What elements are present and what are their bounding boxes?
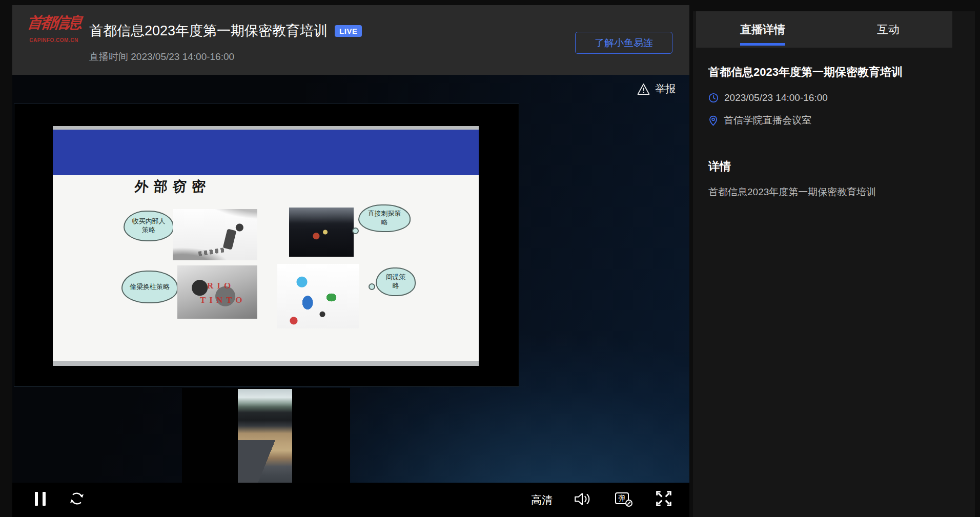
detail-section-title: 详情 xyxy=(708,159,731,174)
speaker-icon xyxy=(573,491,591,507)
slide-blue-band xyxy=(53,130,479,175)
slide-bottom-strip xyxy=(53,361,479,366)
cartoon-insider-image xyxy=(173,209,257,260)
title-row: 首都信息2023年度第一期保密教育培训 LIVE xyxy=(89,22,362,40)
clock-icon xyxy=(708,93,719,103)
slide-title: 外部窃密 xyxy=(134,177,212,196)
bubble-direct-probe: 直接刺探策略 xyxy=(358,204,411,232)
presentation-slide: 外部窃密 收买内部人策略 直接刺探策略 偷梁换柱策略 RIO TINTO 间谍策… xyxy=(53,126,479,366)
live-stream-page: 首都信息 CAPINFO.COM.CN 首都信息2023年度第一期保密教育培训 … xyxy=(0,0,980,517)
fullscreen-button[interactable] xyxy=(654,489,673,508)
quality-button[interactable]: 高清 xyxy=(531,493,553,507)
volume-button[interactable] xyxy=(573,491,591,507)
camera-feed-car-interior xyxy=(238,389,292,484)
page-title: 首都信息2023年度第一期保密教育培训 xyxy=(89,22,328,40)
cartoon-desk-scene-image xyxy=(289,208,354,257)
live-title: 首都信息2023年度第一期保密教育培训 xyxy=(708,65,903,80)
header: 首都信息 CAPINFO.COM.CN 首都信息2023年度第一期保密教育培训 … xyxy=(12,5,689,75)
camera-feed-shadow xyxy=(238,440,292,484)
tab-label: 直播详情 xyxy=(740,22,785,37)
active-tab-underline xyxy=(740,43,785,46)
live-location: 首信学院直播会议室 xyxy=(724,114,811,127)
video-player[interactable]: 举报 外部窃密 收买内部人策略 直接刺探策略 偷梁换柱策略 RIO TINTO … xyxy=(12,75,689,517)
live-time: 2023/05/23 14:00-16:00 xyxy=(724,92,828,104)
warning-icon xyxy=(637,83,650,95)
slide-top-strip xyxy=(53,126,479,130)
logo-domain-text: CAPINFO.COM.CN xyxy=(27,37,81,43)
fullscreen-icon xyxy=(654,489,673,508)
danmaku-toggle[interactable]: 弹 xyxy=(615,492,629,504)
photo-overlay-text: TINTO xyxy=(200,295,246,305)
tab-label: 互动 xyxy=(877,22,900,37)
camera-pip-window xyxy=(182,388,350,484)
location-pin-icon xyxy=(708,115,718,126)
refresh-icon xyxy=(69,490,85,507)
danmaku-off-badge xyxy=(625,500,632,507)
tab-interaction[interactable]: 互动 xyxy=(852,11,924,48)
photo-overlay-text: RIO xyxy=(207,281,234,291)
player-control-bar: 高清 弹 xyxy=(12,483,689,517)
live-badge: LIVE xyxy=(335,25,362,37)
live-location-row: 首信学院直播会议室 xyxy=(708,114,811,127)
tab-live-detail[interactable]: 直播详情 xyxy=(727,11,799,48)
sidebar: 直播详情 互动 首都信息2023年度第一期保密教育培训 2023/05/23 1… xyxy=(693,11,975,517)
bubble-swap-strategy: 偷梁换柱策略 xyxy=(121,271,178,303)
bubble-spy-strategy: 间谍策略 xyxy=(376,267,416,296)
broadcast-time: 直播时间 2023/05/23 14:00-16:00 xyxy=(89,50,234,64)
learn-xiaoyu-button[interactable]: 了解小鱼易连 xyxy=(575,32,672,54)
logo-calligraphy-text: 首都信息 xyxy=(26,12,82,33)
handcuffs-photo: RIO TINTO xyxy=(177,265,257,319)
live-time-row: 2023/05/23 14:00-16:00 xyxy=(708,92,828,104)
detail-description: 首都信息2023年度第一期保密教育培训 xyxy=(708,185,876,199)
danmaku-char: 弹 xyxy=(619,494,626,503)
cartoon-spy-image xyxy=(277,264,359,328)
pause-button[interactable] xyxy=(35,492,46,506)
capinfo-logo: 首都信息 CAPINFO.COM.CN xyxy=(27,12,81,43)
refresh-button[interactable] xyxy=(69,490,85,507)
bubble-buy-insider: 收买内部人策略 xyxy=(124,211,174,241)
report-label: 举报 xyxy=(655,82,676,96)
report-button[interactable]: 举报 xyxy=(637,82,676,96)
sidebar-tabbar: 直播详情 互动 xyxy=(696,11,952,48)
screen-share-video: 外部窃密 收买内部人策略 直接刺探策略 偷梁换柱策略 RIO TINTO 间谍策… xyxy=(14,104,519,387)
